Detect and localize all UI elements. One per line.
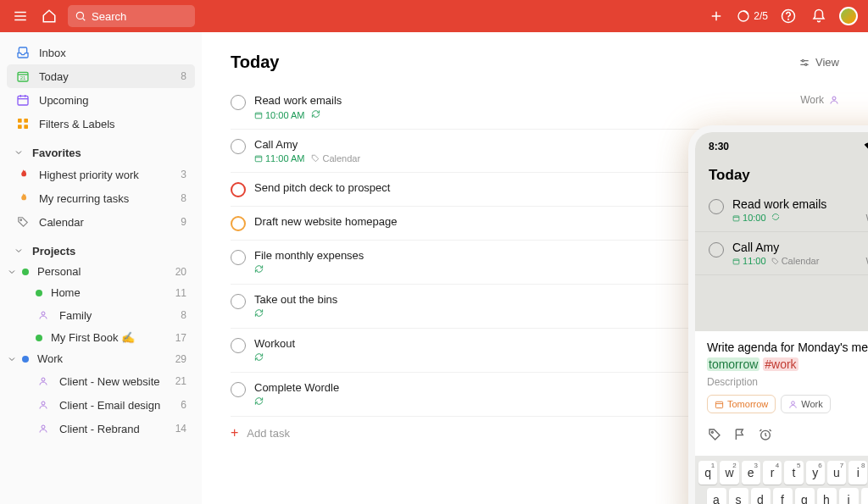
svg-point-52 <box>792 402 795 405</box>
keyboard-key[interactable]: 4r <box>763 461 782 485</box>
keyboard-key[interactable]: h <box>817 488 837 504</box>
alarm-icon[interactable] <box>758 427 773 442</box>
task-row[interactable]: Read work emails10:00 AMWork <box>231 86 839 130</box>
task-checkbox[interactable] <box>231 182 246 197</box>
add-task-label: Add task <box>247 427 290 440</box>
subproject-item[interactable]: My First Book ✍️17 <box>7 327 195 348</box>
phone-task-row[interactable]: Call Amy 11:00 CalendarWork <box>695 232 868 275</box>
recur-icon <box>254 352 264 363</box>
phone-clock: 8:30 <box>709 141 729 153</box>
phone-task-checkbox[interactable] <box>709 242 724 258</box>
recur-icon <box>771 213 780 223</box>
task-time: 10:00 AM <box>254 110 304 120</box>
avatar[interactable] <box>839 7 858 25</box>
keyboard-key[interactable]: s <box>729 488 748 504</box>
nav-label: Today <box>39 70 69 83</box>
chip-tomorrow[interactable]: Tomorrow <box>707 395 776 413</box>
phone-task-checkbox[interactable] <box>709 199 724 214</box>
flag-icon[interactable] <box>732 427 748 442</box>
quick-add-description[interactable]: Description <box>707 376 868 388</box>
keyboard-key[interactable]: k <box>861 488 869 504</box>
svg-rect-47 <box>733 259 739 264</box>
keyboard-key[interactable]: 2w <box>720 461 738 485</box>
chevron-down-icon[interactable] <box>12 244 25 258</box>
task-checkbox[interactable] <box>231 216 246 231</box>
keyboard-key[interactable]: 1q <box>698 461 717 485</box>
keyboard-key[interactable]: d <box>751 488 771 504</box>
chevron-down-icon[interactable] <box>5 265 19 279</box>
svg-text:21: 21 <box>20 75 26 80</box>
subproject-item[interactable]: Family8 <box>7 303 195 327</box>
phone-task-title: Call Amy <box>732 241 857 254</box>
task-title: Read work emails <box>254 94 792 107</box>
person-icon <box>36 421 51 436</box>
phone-task-row[interactable]: Read work emails 10:00Work <box>695 189 868 232</box>
nav-item-today[interactable]: 21Today8 <box>7 64 195 88</box>
projects-header[interactable]: Projects <box>7 234 195 261</box>
keyboard-key[interactable]: j <box>839 488 859 504</box>
search-placeholder: Search <box>92 10 126 23</box>
keyboard-key[interactable]: a <box>707 488 726 504</box>
flame-icon <box>15 191 31 206</box>
favorites-header[interactable]: Favorites <box>7 136 195 163</box>
task-checkbox[interactable] <box>231 139 246 154</box>
favorite-label: Calendar <box>39 216 84 229</box>
nav-item-inbox[interactable]: Inbox <box>7 41 195 64</box>
phone-keyboard: 1q2w3e4r5t6y7u8i9o0p asdfghjkl <box>695 456 868 504</box>
favorite-item[interactable]: My recurring tasks8 <box>7 186 195 210</box>
project-dot-icon <box>22 356 29 363</box>
svg-rect-18 <box>24 119 28 123</box>
favorite-item[interactable]: Calendar9 <box>7 210 195 234</box>
subproject-item[interactable]: Client - Rebrand14 <box>7 417 195 440</box>
task-checkbox[interactable] <box>231 294 246 309</box>
keyboard-key[interactable]: f <box>773 488 793 504</box>
token-tomorrow: tomorrow <box>707 357 760 371</box>
svg-point-28 <box>802 59 804 61</box>
home-icon[interactable] <box>39 6 59 26</box>
svg-rect-30 <box>255 113 262 119</box>
subproject-item[interactable]: Client - New website21 <box>7 369 195 393</box>
favorite-item[interactable]: Highest priority work3 <box>7 163 195 186</box>
task-checkbox[interactable] <box>231 250 246 265</box>
project-item[interactable]: Personal20 <box>19 261 195 282</box>
bell-icon[interactable] <box>809 6 829 26</box>
keyboard-key[interactable]: g <box>795 488 815 504</box>
view-button[interactable]: View <box>798 56 839 69</box>
phone-task-time: 11:00 <box>732 256 766 266</box>
keyboard-key[interactable]: 8i <box>849 461 867 485</box>
keyboard-key[interactable]: 3e <box>742 461 760 485</box>
chevron-down-icon[interactable] <box>5 352 19 366</box>
phone-quick-add: Write agenda for Monday's meeting tomorr… <box>695 331 868 456</box>
calendar-today-icon: 21 <box>15 69 31 84</box>
quick-add-title[interactable]: Write agenda for Monday's meeting tomorr… <box>707 340 868 373</box>
search-input[interactable]: Search <box>68 5 195 27</box>
plus-icon[interactable] <box>706 6 726 26</box>
svg-point-9 <box>788 19 789 19</box>
keyboard-key[interactable]: 7u <box>827 461 846 485</box>
task-checkbox[interactable] <box>231 382 246 397</box>
task-checkbox[interactable] <box>231 338 246 353</box>
task-title: Draft new website homepage <box>254 215 723 228</box>
progress-indicator[interactable]: 2/5 <box>737 9 768 23</box>
subproject-item[interactable]: Client - Email design6 <box>7 393 195 417</box>
project-item[interactable]: Work29 <box>19 348 195 369</box>
task-project[interactable]: Work <box>800 94 839 106</box>
subproject-count: 14 <box>175 423 186 435</box>
nav-label: Filters & Labels <box>39 118 115 130</box>
help-icon[interactable] <box>778 6 798 26</box>
subproject-item[interactable]: Home11 <box>7 282 195 303</box>
nav-item-upcoming[interactable]: Upcoming <box>7 88 195 112</box>
menu-icon[interactable] <box>10 6 31 26</box>
keyboard-key[interactable]: 5t <box>784 461 803 485</box>
task-checkbox[interactable] <box>231 95 246 110</box>
chip-work[interactable]: Work <box>781 395 830 413</box>
svg-point-22 <box>42 312 45 315</box>
nav-item-filters[interactable]: Filters & Labels <box>7 112 195 136</box>
tag-icon[interactable] <box>707 427 722 442</box>
subproject-count: 8 <box>181 309 186 321</box>
phone-task-title: Read work emails <box>732 197 857 211</box>
svg-rect-17 <box>18 119 22 123</box>
chevron-down-icon[interactable] <box>12 146 25 159</box>
calendar-icon <box>15 92 31 108</box>
keyboard-key[interactable]: 6y <box>806 461 825 485</box>
